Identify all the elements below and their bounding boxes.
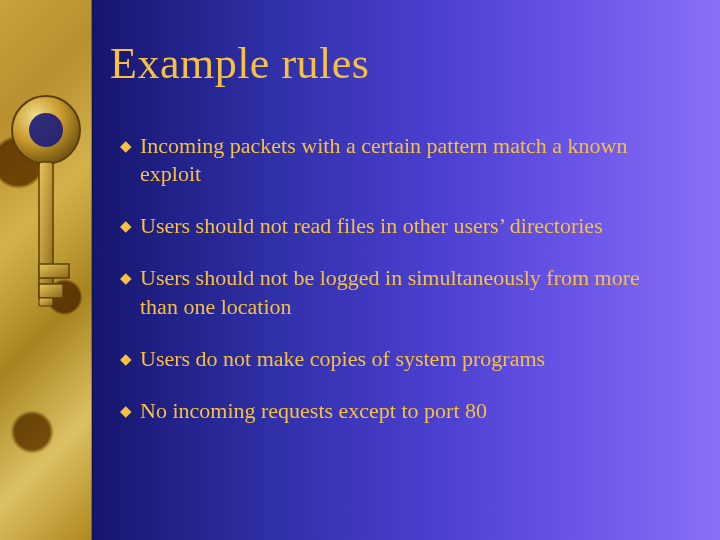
list-item: ◆ No incoming requests except to port 80 xyxy=(120,397,660,425)
svg-rect-2 xyxy=(39,162,53,300)
diamond-bullet-icon: ◆ xyxy=(120,132,132,160)
list-item: ◆ Users should not read files in other u… xyxy=(120,212,660,240)
bullet-text: Incoming packets with a certain pattern … xyxy=(140,132,660,188)
bullet-text: Users do not make copies of system progr… xyxy=(140,345,660,373)
diamond-bullet-icon: ◆ xyxy=(120,212,132,240)
key-icon xyxy=(6,88,86,338)
list-item: ◆ Users should not be logged in simultan… xyxy=(120,264,660,320)
svg-point-1 xyxy=(29,113,63,147)
slide: Example rules ◆ Incoming packets with a … xyxy=(0,0,720,540)
diamond-bullet-icon: ◆ xyxy=(120,264,132,292)
list-item: ◆ Incoming packets with a certain patter… xyxy=(120,132,660,188)
svg-rect-4 xyxy=(39,284,63,298)
slide-title: Example rules xyxy=(110,38,369,89)
diamond-bullet-icon: ◆ xyxy=(120,397,132,425)
bullet-text: Users should not be logged in simultaneo… xyxy=(140,264,660,320)
bullet-list: ◆ Incoming packets with a certain patter… xyxy=(120,132,660,449)
diamond-bullet-icon: ◆ xyxy=(120,345,132,373)
svg-rect-5 xyxy=(39,298,53,306)
svg-rect-3 xyxy=(39,264,69,278)
bullet-text: No incoming requests except to port 80 xyxy=(140,397,660,425)
list-item: ◆ Users do not make copies of system pro… xyxy=(120,345,660,373)
bullet-text: Users should not read files in other use… xyxy=(140,212,660,240)
